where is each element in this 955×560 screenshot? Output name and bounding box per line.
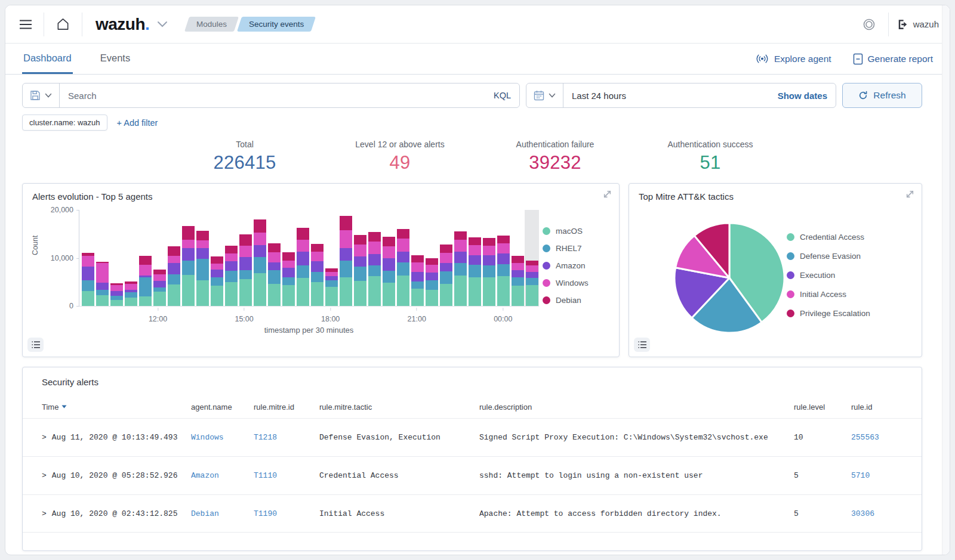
bar-segment-Debian xyxy=(526,261,538,265)
bar-16:00[interactable] xyxy=(267,210,281,306)
calendar-menu[interactable] xyxy=(526,83,563,107)
legend-item-Defense Evasion[interactable]: Defense Evasion xyxy=(787,252,892,261)
bar-21:00[interactable] xyxy=(410,210,424,306)
wazuh-logo[interactable]: wazuh. xyxy=(96,15,150,34)
column-header-agent.name[interactable]: agent.name xyxy=(191,403,254,412)
legend-item-RHEL7[interactable]: RHEL7 xyxy=(543,244,609,253)
cell-mitre-tactic: Initial Access xyxy=(319,509,479,518)
expand-row-icon[interactable]: > xyxy=(42,471,47,480)
bar-17:00[interactable] xyxy=(295,210,310,306)
bar-17:30[interactable] xyxy=(310,210,324,306)
bar-11:30[interactable] xyxy=(138,210,152,306)
bar-18:00[interactable] xyxy=(324,210,338,306)
bar-12:00[interactable] xyxy=(152,210,167,306)
legend-item-Privilege Escalation[interactable]: Privilege Escalation xyxy=(787,309,892,318)
refresh-button[interactable]: Refresh xyxy=(842,83,922,108)
legend-item-macOS[interactable]: macOS xyxy=(543,227,609,236)
bar-15:00[interactable] xyxy=(238,210,252,306)
legend-item-Debian[interactable]: Debian xyxy=(543,296,609,305)
legend-item-Amazon[interactable]: Amazon xyxy=(543,261,609,270)
legend-dot xyxy=(543,262,550,270)
chevron-down-icon xyxy=(45,93,52,98)
tab-events[interactable]: Events xyxy=(99,44,131,74)
bar-22:00[interactable] xyxy=(439,210,453,306)
legend-item-Execution[interactable]: Execution xyxy=(787,271,892,280)
bar-20:00[interactable] xyxy=(381,210,396,306)
stat-value[interactable]: 39232 xyxy=(478,152,633,174)
time-range-value[interactable]: Last 24 hours xyxy=(563,91,769,101)
bar-19:30[interactable] xyxy=(367,210,381,306)
show-dates-button[interactable]: Show dates xyxy=(769,91,836,101)
pie-chart-legend: Credential AccessDefense EvasionExecutio… xyxy=(787,204,892,338)
bar-15:30[interactable] xyxy=(252,210,267,306)
bar-18:30[interactable] xyxy=(338,210,353,306)
expand-row-icon[interactable]: > xyxy=(42,509,47,518)
stat-value[interactable]: 226415 xyxy=(167,152,322,174)
bar-19:00[interactable] xyxy=(353,210,367,306)
expand-icon[interactable] xyxy=(603,190,612,201)
saved-queries-menu[interactable] xyxy=(23,83,60,107)
user-menu[interactable]: wazuh xyxy=(897,19,939,30)
tab-dashboard[interactable]: Dashboard xyxy=(22,44,73,74)
bar-segment-RHEL7 xyxy=(483,265,495,277)
kql-button[interactable]: KQL xyxy=(485,91,519,100)
bar-23:30[interactable] xyxy=(482,210,496,306)
column-header-rule.description[interactable]: rule.description xyxy=(479,403,794,412)
bar-segment-Windows xyxy=(497,243,510,254)
stat-value[interactable]: 49 xyxy=(322,152,478,174)
bar-segment-Windows xyxy=(139,265,152,276)
bar-00:00[interactable] xyxy=(496,210,510,306)
bar-09:30[interactable] xyxy=(81,210,95,306)
inspect-button[interactable] xyxy=(27,338,44,352)
explore-agent-button[interactable]: Explore agent xyxy=(755,53,831,64)
breadcrumb-security-events[interactable]: Security events xyxy=(237,17,316,32)
bar-segment-macOS xyxy=(368,276,381,306)
expand-icon[interactable] xyxy=(905,190,914,201)
bar-21:30[interactable] xyxy=(424,210,439,306)
bar-16:30[interactable] xyxy=(281,210,295,306)
bar-11:00[interactable] xyxy=(124,210,138,306)
legend-item-Windows[interactable]: Windows xyxy=(543,279,609,287)
bar-segment-macOS xyxy=(340,277,352,306)
bar-segment-Debian xyxy=(340,216,352,230)
search-input[interactable] xyxy=(60,91,485,101)
filter-chip[interactable]: cluster.name: wazuh xyxy=(22,115,107,131)
breadcrumb-modules[interactable]: Modules xyxy=(184,17,239,32)
inspect-button[interactable] xyxy=(634,338,650,352)
x-tick-12:00: 12:00 xyxy=(149,308,167,324)
column-header-rule.level[interactable]: rule.level xyxy=(794,403,851,412)
menu-hamburger-icon[interactable] xyxy=(16,16,35,33)
health-ring-icon[interactable] xyxy=(858,14,880,35)
expand-row-icon[interactable]: > xyxy=(42,433,47,442)
column-header-rule.id[interactable]: rule.id xyxy=(851,403,902,412)
legend-item-Credential Access[interactable]: Credential Access xyxy=(787,233,892,242)
column-header-rule.mitre.id[interactable]: rule.mitre.id xyxy=(254,403,319,412)
bar-segment-Debian xyxy=(268,243,281,252)
home-icon[interactable] xyxy=(53,14,73,35)
bar-10:30[interactable] xyxy=(109,210,124,306)
bar-10:00[interactable] xyxy=(95,210,109,306)
scrollbar-gutter[interactable] xyxy=(942,5,950,555)
bar-segment-macOS xyxy=(454,276,467,306)
bar-00:30[interactable] xyxy=(510,210,525,306)
bar-20:30[interactable] xyxy=(396,210,410,306)
bar-segment-Amazon xyxy=(168,263,180,274)
bar-segment-Debian xyxy=(239,234,252,246)
chevron-down-icon[interactable] xyxy=(153,17,171,31)
bar-13:30[interactable] xyxy=(195,210,210,306)
bar-14:00[interactable] xyxy=(210,210,224,306)
bar-22:30[interactable] xyxy=(453,210,467,306)
add-filter-button[interactable]: + Add filter xyxy=(117,118,158,128)
column-header-Time[interactable]: Time xyxy=(42,403,191,412)
stat-value[interactable]: 51 xyxy=(633,152,788,174)
bar-segment-Debian xyxy=(254,219,266,233)
legend-item-Initial Access[interactable]: Initial Access xyxy=(787,290,892,299)
bar-01:00[interactable] xyxy=(525,210,539,306)
column-header-rule.mitre.tactic[interactable]: rule.mitre.tactic xyxy=(319,403,479,412)
generate-report-button[interactable]: Generate report xyxy=(853,53,933,65)
bar-13:00[interactable] xyxy=(181,210,195,306)
bar-segment-macOS xyxy=(325,287,338,306)
bar-14:30[interactable] xyxy=(224,210,238,306)
bar-12:30[interactable] xyxy=(167,210,181,306)
bar-23:00[interactable] xyxy=(467,210,482,306)
